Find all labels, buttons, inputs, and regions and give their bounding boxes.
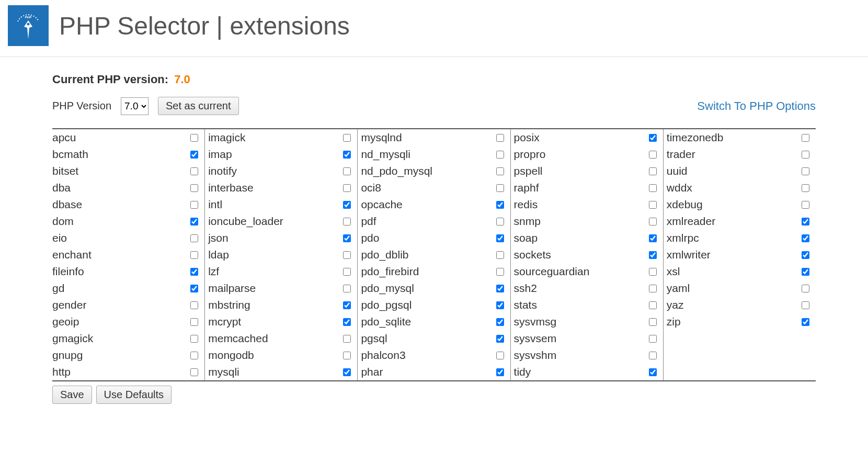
controls-row: PHP Version 7.0 Set as current Switch To… bbox=[52, 97, 816, 115]
extension-checkbox-eio[interactable] bbox=[190, 234, 198, 242]
extension-row: pgsql bbox=[358, 330, 510, 347]
extension-checkbox-memcached[interactable] bbox=[343, 335, 351, 343]
use-defaults-button[interactable]: Use Defaults bbox=[96, 386, 172, 404]
extension-checkbox-posix[interactable] bbox=[649, 134, 657, 142]
extension-checkbox-mysqli[interactable] bbox=[343, 368, 351, 376]
extension-checkbox-redis[interactable] bbox=[649, 201, 657, 209]
extension-checkbox-http[interactable] bbox=[190, 368, 198, 376]
extension-checkbox-zip[interactable] bbox=[802, 318, 809, 326]
extension-checkbox-mcrypt[interactable] bbox=[343, 318, 351, 326]
php-version-select[interactable]: 7.0 bbox=[121, 97, 149, 115]
extension-checkbox-lzf[interactable] bbox=[343, 268, 351, 276]
extension-row: ldap bbox=[205, 246, 357, 263]
extension-checkbox-inotify[interactable] bbox=[343, 167, 351, 175]
extension-checkbox-ioncube_loader[interactable] bbox=[343, 218, 351, 226]
extension-row: snmp bbox=[511, 213, 663, 230]
extension-checkbox-xdebug[interactable] bbox=[802, 201, 809, 209]
extension-checkbox-bitset[interactable] bbox=[190, 167, 198, 175]
extension-checkbox-geoip[interactable] bbox=[190, 318, 198, 326]
extension-checkbox-gender[interactable] bbox=[190, 301, 198, 309]
extension-checkbox-sysvsem[interactable] bbox=[649, 335, 657, 343]
extension-checkbox-sockets[interactable] bbox=[649, 251, 657, 259]
extension-checkbox-pdo_mysql[interactable] bbox=[496, 285, 504, 292]
extension-checkbox-mongodb[interactable] bbox=[343, 352, 351, 359]
extension-checkbox-stats[interactable] bbox=[649, 301, 657, 309]
extension-checkbox-nd_mysqli[interactable] bbox=[496, 151, 504, 159]
extension-checkbox-pdo_sqlite[interactable] bbox=[496, 318, 504, 326]
extension-row: xdebug bbox=[664, 196, 816, 213]
extension-checkbox-mbstring[interactable] bbox=[343, 301, 351, 309]
extension-checkbox-dom[interactable] bbox=[190, 218, 198, 226]
extension-checkbox-raphf[interactable] bbox=[649, 184, 657, 192]
extension-name: dba bbox=[52, 182, 190, 194]
extension-checkbox-gd[interactable] bbox=[190, 285, 198, 292]
set-as-current-button[interactable]: Set as current bbox=[158, 97, 239, 115]
extension-checkbox-pdo_pgsql[interactable] bbox=[496, 301, 504, 309]
extension-name: bitset bbox=[52, 165, 190, 177]
extension-checkbox-wddx[interactable] bbox=[802, 184, 809, 192]
extension-checkbox-pdo_firebird[interactable] bbox=[496, 268, 504, 276]
extensions-table: apcubcmathbitsetdbadbasedomeioenchantfil… bbox=[52, 128, 816, 381]
extension-name: lzf bbox=[208, 265, 343, 278]
extension-checkbox-sysvmsg[interactable] bbox=[649, 318, 657, 326]
extension-checkbox-pspell[interactable] bbox=[649, 167, 657, 175]
extension-checkbox-mailparse[interactable] bbox=[343, 285, 351, 292]
extension-checkbox-uuid[interactable] bbox=[802, 167, 809, 175]
extension-name: sysvsem bbox=[514, 332, 649, 345]
extension-checkbox-json[interactable] bbox=[343, 234, 351, 242]
extension-checkbox-ssh2[interactable] bbox=[649, 285, 657, 292]
extension-checkbox-gnupg[interactable] bbox=[190, 352, 198, 359]
switch-to-php-options-link[interactable]: Switch To PHP Options bbox=[697, 99, 816, 113]
extension-row: sourceguardian bbox=[511, 263, 663, 280]
extension-checkbox-timezonedb[interactable] bbox=[802, 134, 809, 142]
extension-checkbox-propro[interactable] bbox=[649, 151, 657, 159]
extension-checkbox-sysvshm[interactable] bbox=[649, 352, 657, 359]
extension-checkbox-phalcon3[interactable] bbox=[496, 352, 504, 359]
extension-row: pdo bbox=[358, 230, 510, 246]
extension-checkbox-sourceguardian[interactable] bbox=[649, 268, 657, 276]
content: Current PHP version: 7.0 PHP Version 7.0… bbox=[0, 57, 868, 414]
extension-name: xmlreader bbox=[667, 215, 802, 228]
extension-checkbox-bcmath[interactable] bbox=[190, 151, 198, 159]
extension-checkbox-nd_pdo_mysql[interactable] bbox=[496, 167, 504, 175]
extension-name: mysqlnd bbox=[361, 131, 496, 144]
extension-checkbox-intl[interactable] bbox=[343, 201, 351, 209]
extension-name: mailparse bbox=[208, 282, 343, 295]
save-button[interactable]: Save bbox=[52, 386, 92, 404]
extension-checkbox-ldap[interactable] bbox=[343, 251, 351, 259]
extension-checkbox-apcu[interactable] bbox=[190, 134, 198, 142]
extension-checkbox-yaz[interactable] bbox=[802, 301, 809, 309]
extension-row: dom bbox=[52, 213, 204, 230]
extension-row: interbase bbox=[205, 179, 357, 196]
extension-checkbox-xmlreader[interactable] bbox=[802, 218, 809, 226]
extension-checkbox-trader[interactable] bbox=[802, 151, 809, 159]
extension-checkbox-dba[interactable] bbox=[190, 184, 198, 192]
page-title: PHP Selector | extensions bbox=[59, 12, 350, 40]
extension-checkbox-tidy[interactable] bbox=[649, 368, 657, 376]
extension-checkbox-soap[interactable] bbox=[649, 234, 657, 242]
extension-checkbox-xsl[interactable] bbox=[802, 268, 809, 276]
extension-checkbox-mysqlnd[interactable] bbox=[496, 134, 504, 142]
extension-checkbox-snmp[interactable] bbox=[649, 218, 657, 226]
extension-checkbox-xmlrpc[interactable] bbox=[802, 234, 809, 242]
extension-checkbox-phar[interactable] bbox=[496, 368, 504, 376]
extension-checkbox-imagick[interactable] bbox=[343, 134, 351, 142]
extension-name: pdo_sqlite bbox=[361, 315, 496, 328]
extension-checkbox-pdf[interactable] bbox=[496, 218, 504, 226]
extension-checkbox-dbase[interactable] bbox=[190, 201, 198, 209]
extension-row: mbstring bbox=[205, 297, 357, 313]
extension-checkbox-pdo[interactable] bbox=[496, 234, 504, 242]
extension-checkbox-fileinfo[interactable] bbox=[190, 268, 198, 276]
extension-checkbox-yaml[interactable] bbox=[802, 285, 809, 292]
extension-checkbox-gmagick[interactable] bbox=[190, 335, 198, 343]
extension-checkbox-pdo_dblib[interactable] bbox=[496, 251, 504, 259]
extension-checkbox-opcache[interactable] bbox=[496, 201, 504, 209]
extension-checkbox-oci8[interactable] bbox=[496, 184, 504, 192]
extension-row: tidy bbox=[511, 364, 663, 380]
extension-name: gnupg bbox=[52, 349, 190, 362]
extension-checkbox-enchant[interactable] bbox=[190, 251, 198, 259]
extension-checkbox-interbase[interactable] bbox=[343, 184, 351, 192]
extension-checkbox-xmlwriter[interactable] bbox=[802, 251, 809, 259]
extension-checkbox-imap[interactable] bbox=[343, 151, 351, 159]
extension-checkbox-pgsql[interactable] bbox=[496, 335, 504, 343]
